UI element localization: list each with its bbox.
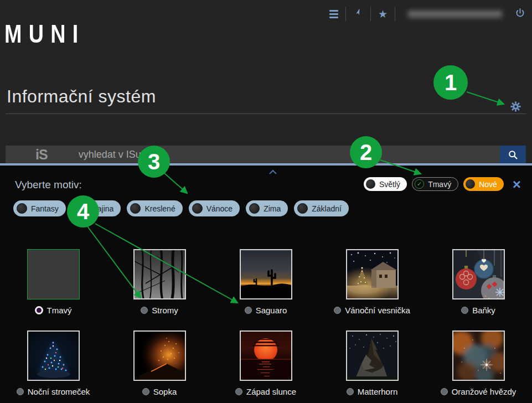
toggle-dark-label: Tmavý <box>428 180 451 189</box>
menu-icon[interactable] <box>329 10 338 18</box>
theme-option-vanocni-vesnicka[interactable]: Vánoční vesnička <box>319 249 425 315</box>
theme-panel: Vyberte motiv: Světlý ✓ Tmavý Nové × Fan… <box>0 166 532 403</box>
page-title: Informační systém <box>7 86 156 107</box>
star-icon[interactable]: ★ <box>378 9 388 19</box>
theme-label: Vánoční vesnička <box>345 306 410 315</box>
theme-radio[interactable] <box>17 388 24 395</box>
theme-radio[interactable] <box>461 307 468 314</box>
close-icon[interactable]: × <box>513 178 521 190</box>
toggle-light[interactable]: Světlý <box>364 177 407 191</box>
theme-radio[interactable] <box>142 388 149 395</box>
toggle-light-label: Světlý <box>379 180 400 189</box>
filter-dot-icon <box>297 203 308 214</box>
theme-label: Saguaro <box>256 306 287 315</box>
check-icon: ✓ <box>415 179 424 189</box>
panel-title: Vyberte motiv: <box>15 179 82 191</box>
theme-label: Tmavý <box>47 306 72 315</box>
theme-option-tmavy[interactable]: Tmavý <box>0 249 106 315</box>
theme-row: Noční stromeček <box>0 330 532 396</box>
filter-dot-icon <box>75 203 86 214</box>
theme-label: Stromy <box>152 306 178 315</box>
topbar: ★ <box>329 6 525 22</box>
theme-label: Západ slunce <box>246 387 296 396</box>
filter-label: Vánoce <box>206 204 233 213</box>
filter-zima[interactable]: Zima <box>246 200 288 216</box>
filter-label: Krajina <box>90 204 114 213</box>
theme-radio-selected[interactable] <box>35 306 43 314</box>
theme-radio[interactable] <box>235 388 242 395</box>
user-name-redacted[interactable] <box>408 11 502 18</box>
theme-thumbnail-stromy[interactable] <box>133 249 186 299</box>
toggle-knob-icon <box>366 179 375 189</box>
filter-pills: Fantasy Krajina Kreslené Vánoce Zima Zák… <box>13 200 349 216</box>
theme-label: Sopka <box>153 387 177 396</box>
gear-icon[interactable] <box>510 101 521 114</box>
theme-label: Oranžové hvězdy <box>452 387 516 396</box>
filter-krajina[interactable]: Krajina <box>72 200 121 216</box>
divider <box>395 7 395 21</box>
theme-option-nocni-stromecek[interactable]: Noční stromeček <box>0 330 106 396</box>
search-input[interactable] <box>78 148 500 161</box>
chevron-up-icon[interactable] <box>269 167 277 177</box>
theme-option-banky[interactable]: Baňky <box>425 249 531 315</box>
filter-fantasy[interactable]: Fantasy <box>13 200 66 216</box>
toggle-new[interactable]: Nové <box>463 177 504 191</box>
theme-thumbnail-sopka[interactable] <box>133 330 186 381</box>
filter-dot-icon <box>130 203 141 214</box>
theme-option-zapad-slunce[interactable]: Západ slunce <box>213 330 319 396</box>
theme-option-saguaro[interactable]: Saguaro <box>213 249 319 315</box>
theme-thumbnail-matterhorn[interactable] <box>346 330 399 381</box>
muni-logo: MUNI <box>4 19 85 49</box>
plane-icon[interactable] <box>353 8 363 20</box>
is-logo: iS <box>35 147 48 163</box>
theme-thumbnail-zapad-slunce[interactable] <box>240 330 292 381</box>
search-bar: iS <box>6 146 500 163</box>
theme-thumbnail-oranzove-hvezdy[interactable] <box>452 330 505 381</box>
filter-kreslene[interactable]: Kreslené <box>127 200 182 216</box>
theme-radio[interactable] <box>334 307 341 314</box>
filter-label: Základní <box>312 204 342 213</box>
theme-thumbnail-banky[interactable] <box>452 249 505 299</box>
toggle-new-label: Nové <box>479 180 497 189</box>
mode-toggles: Světlý ✓ Tmavý Nové × <box>364 177 521 191</box>
theme-row: Tmavý <box>0 249 532 315</box>
theme-radio[interactable] <box>245 307 252 314</box>
theme-option-stromy[interactable]: Stromy <box>106 249 213 315</box>
filter-dot-icon <box>192 203 203 214</box>
theme-thumbnail-tmavy[interactable] <box>27 249 80 299</box>
power-icon[interactable] <box>515 8 525 20</box>
theme-thumbnail-vanocni-vesnicka[interactable] <box>346 249 399 299</box>
theme-label: Noční stromeček <box>28 387 90 396</box>
divider <box>345 7 346 21</box>
theme-option-oranzove-hvezdy[interactable]: Oranžové hvězdy <box>425 330 531 396</box>
filter-dot-icon <box>17 203 27 214</box>
divider <box>370 7 371 21</box>
theme-label: Baňky <box>472 306 495 315</box>
header-divider <box>6 113 526 114</box>
filter-label: Kreslené <box>144 204 175 213</box>
theme-option-sopka[interactable]: Sopka <box>106 330 213 396</box>
filter-vanoce[interactable]: Vánoce <box>189 200 240 216</box>
search-button[interactable] <box>500 146 526 163</box>
toggle-knob-icon <box>466 179 475 189</box>
filter-label: Fantasy <box>31 204 59 213</box>
theme-thumbnail-nocni-stromecek[interactable] <box>27 330 80 381</box>
theme-radio[interactable] <box>441 388 448 395</box>
filter-label: Zima <box>264 204 281 213</box>
filter-dot-icon <box>249 203 260 214</box>
toggle-dark-selected[interactable]: ✓ Tmavý <box>412 177 458 191</box>
theme-radio[interactable] <box>347 388 354 395</box>
theme-option-matterhorn[interactable]: Matterhorn <box>319 330 425 396</box>
theme-radio[interactable] <box>141 307 148 314</box>
theme-thumbnail-saguaro[interactable] <box>240 249 292 299</box>
theme-grid: Tmavý <box>0 249 532 396</box>
page-header: ★ MUNI Informační systém <box>0 0 532 166</box>
filter-zakladni[interactable]: Základní <box>294 200 349 216</box>
theme-label: Matterhorn <box>358 387 398 396</box>
